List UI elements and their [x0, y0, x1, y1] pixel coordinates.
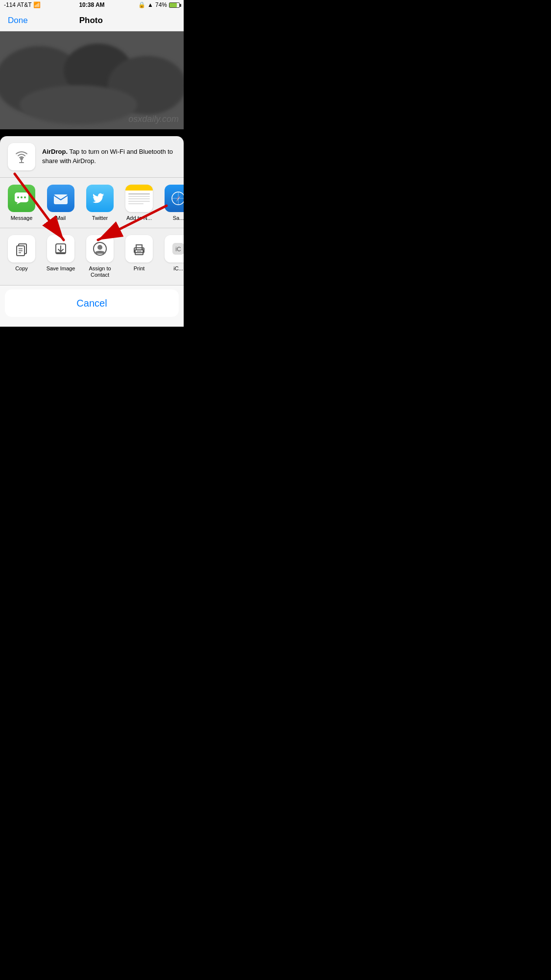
app-item-safari[interactable]: Sa...: [161, 185, 184, 221]
watermark: osxdaily.com: [128, 114, 179, 124]
svg-point-4: [20, 85, 137, 124]
location-icon: ▲: [147, 1, 153, 8]
safari-label: Sa...: [173, 215, 184, 221]
action-item-ic[interactable]: iC iC...: [161, 235, 184, 278]
airdrop-icon-wrap: [8, 143, 35, 170]
ic-label: iC...: [173, 265, 183, 272]
app-item-notes[interactable]: Add to N...: [121, 185, 157, 221]
lock-icon: 🔒: [138, 1, 145, 8]
airdrop-icon: [13, 148, 30, 166]
print-icon: [131, 241, 147, 257]
mail-icon: [47, 185, 74, 212]
mail-label: Mail: [56, 215, 66, 221]
print-icon-wrap: [125, 235, 153, 263]
copy-icon: [14, 241, 29, 257]
save-image-icon-wrap: [47, 235, 74, 263]
app-item-twitter[interactable]: Twitter: [82, 185, 118, 221]
ic-icon-wrap: iC: [165, 235, 184, 263]
battery-label: 74%: [155, 1, 167, 8]
notes-label: Add to N...: [126, 215, 152, 221]
safari-icon: [165, 185, 184, 212]
cancel-area: Cancel: [0, 286, 184, 327]
action-item-print[interactable]: Print: [121, 235, 157, 278]
airdrop-description: AirDrop. Tap to turn on Wi-Fi and Blueto…: [42, 147, 176, 165]
wifi-icon: 📶: [33, 1, 41, 8]
action-item-save-image[interactable]: Save Image: [43, 235, 78, 278]
svg-point-10: [21, 196, 23, 198]
svg-point-9: [17, 196, 19, 198]
twitter-label: Twitter: [92, 215, 108, 221]
assign-contact-icon-wrap: [86, 235, 114, 263]
cancel-button[interactable]: Cancel: [5, 289, 179, 317]
svg-text:iC: iC: [175, 246, 181, 253]
message-icon: [8, 185, 35, 212]
action-item-assign-contact[interactable]: Assign to Contact: [82, 235, 118, 278]
nav-bar: Done Photo: [0, 10, 184, 31]
time-label: 10:38 AM: [79, 1, 104, 8]
svg-point-26: [97, 245, 102, 250]
page-title: Photo: [79, 16, 103, 25]
action-item-copy[interactable]: Copy: [4, 235, 39, 278]
app-item-message[interactable]: Message: [4, 185, 39, 221]
message-label: Message: [11, 215, 33, 221]
copy-icon-wrap: [8, 235, 35, 263]
app-row: Message Mail Twitter: [0, 178, 184, 228]
carrier-label: -114 AT&T: [4, 1, 31, 8]
battery-icon: [169, 2, 180, 8]
svg-point-11: [24, 196, 26, 198]
action-row: Copy Save Image Assign to: [0, 228, 184, 286]
app-item-mail[interactable]: Mail: [43, 185, 78, 221]
status-bar: -114 AT&T 📶 10:38 AM 🔒 ▲ 74%: [0, 0, 184, 10]
assign-contact-icon: [92, 241, 108, 257]
copy-label: Copy: [15, 265, 28, 272]
done-button[interactable]: Done: [8, 16, 28, 25]
airdrop-row[interactable]: AirDrop. Tap to turn on Wi-Fi and Blueto…: [0, 136, 184, 178]
assign-contact-label: Assign to Contact: [82, 265, 118, 278]
svg-point-31: [142, 248, 144, 250]
share-sheet: AirDrop. Tap to turn on Wi-Fi and Blueto…: [0, 136, 184, 327]
photo-background: osxdaily.com: [0, 31, 184, 129]
print-label: Print: [134, 265, 145, 272]
save-image-label: Save Image: [47, 265, 75, 272]
twitter-icon: [86, 185, 114, 212]
notes-icon: [125, 185, 153, 212]
save-image-icon: [53, 241, 69, 257]
